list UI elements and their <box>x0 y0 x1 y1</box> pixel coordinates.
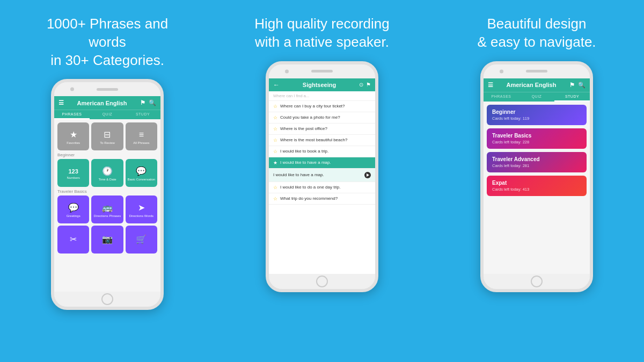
star-1: ☆ <box>273 104 277 109</box>
phrase-text-6: I would like to have a map. <box>280 160 331 165</box>
phone-3-tabs: PHRASES QUIZ STUDY <box>484 92 590 102</box>
star-6: ★ <box>273 160 277 165</box>
traveler-basics-card-title: Traveler Basics <box>492 133 581 139</box>
search-icon-3[interactable]: 🔍 <box>578 82 586 89</box>
scissors-cell[interactable]: ✂ <box>57 226 89 254</box>
star-5: ☆ <box>273 149 277 154</box>
section-phrases: 1000+ Phrases and words in 30+ Categorie… <box>0 0 215 362</box>
refresh-icon[interactable]: ⊙ <box>359 82 363 88</box>
traveler-advanced-card[interactable]: Traveler Advanced Cards left today: 281 <box>487 152 587 172</box>
home-button-1[interactable] <box>101 293 113 305</box>
to-review-cell[interactable]: ⊟ To Review <box>91 122 123 150</box>
phone-3-speaker <box>526 70 547 73</box>
phrase-item-7[interactable]: ☆ I would like to do a one day trip. <box>269 182 375 193</box>
phrase-sub-item[interactable]: I would like to have a map. <box>269 169 375 182</box>
phrase-item-6[interactable]: ★ I would like to have a map. <box>269 157 375 169</box>
star-icon: ★ <box>70 129 77 140</box>
traveler-advanced-card-sub: Cards left today: 281 <box>492 163 581 168</box>
scissors-icon: ✂ <box>70 234 77 244</box>
phone-3-top <box>484 64 590 78</box>
phrase-item-2[interactable]: ☆ Could you take a photo for me? <box>269 112 375 124</box>
expat-card[interactable]: Expat Cards left today: 413 <box>487 176 587 196</box>
search-icon[interactable]: 🔍 <box>149 99 156 106</box>
phone-2-header: ← Sightseeing ⊙ ⚑ <box>269 78 375 91</box>
favorites-row: ★ Favorites ⊟ To Review ≡ All Phrases <box>57 122 157 150</box>
tab-study-3[interactable]: STUDY <box>554 92 590 102</box>
phone-3-camera-icon <box>500 69 503 73</box>
beginner-card[interactable]: Beginner Cards left today: 119 <box>487 105 587 125</box>
phone-3-content: Beginner Cards left today: 119 Traveler … <box>484 102 590 274</box>
star-7: ☆ <box>273 185 277 190</box>
phrase-item-3[interactable]: ☆ Where is the post office? <box>269 124 375 135</box>
phone-1-header: ☰ American English ⚑ 🔍 <box>54 96 160 110</box>
star-4: ☆ <box>273 137 277 143</box>
tab-study-1[interactable]: STUDY <box>125 110 160 119</box>
phrase-list: Where can I find a... ☆ Where can I buy … <box>269 91 375 274</box>
phrase-text-4: Where is the most beautiful beach? <box>280 137 347 142</box>
beginner-row: 123 Numbers 🕐 Time & Date 💬 Basic Conver… <box>57 159 157 187</box>
numbers-cell[interactable]: 123 Numbers <box>57 159 89 187</box>
phrase-text-8: What trip do you recommend? <box>280 196 338 201</box>
phone-1: ☰ American English ⚑ 🔍 PHRASES QUIZ STUD… <box>51 79 164 310</box>
greetings-label: Greetings <box>67 214 80 218</box>
clock-icon: 🕐 <box>102 166 113 176</box>
phrase-text-3: Where is the post office? <box>280 126 327 131</box>
phone-2-top <box>269 64 375 78</box>
greetings-cell[interactable]: 💬 Greetings <box>57 196 89 223</box>
all-phrases-cell[interactable]: ≡ All Phrases <box>126 122 157 150</box>
phrase-text-1: Where can I buy a city tour ticket? <box>280 104 345 108</box>
section-recording: High quality recording with a native spe… <box>215 0 429 362</box>
phone-2: ← Sightseeing ⊙ ⚑ Where can I find a... … <box>266 61 378 292</box>
phrase-item-5[interactable]: ☆ I would like to book a trip. <box>269 146 375 157</box>
bookmark-icon: ⊟ <box>104 129 111 140</box>
tab-phrases-3[interactable]: PHRASES <box>484 92 519 102</box>
section-title-3: Beautiful design & easy to navigate. <box>466 15 606 52</box>
phrase-partial: Where can I find a... <box>269 91 375 101</box>
flag-icon[interactable]: ⚑ <box>140 99 145 106</box>
flag-icon-3[interactable]: ⚑ <box>569 82 575 89</box>
phone-3-screen: ☰ American English ⚑ 🔍 PHRASES QUIZ STUD… <box>484 78 590 274</box>
header-icons-2: ⊙ ⚑ <box>359 82 371 88</box>
header-icons-3: ⚑ 🔍 <box>569 82 586 89</box>
traveler-basics-card-sub: Cards left today: 228 <box>492 140 581 144</box>
section-design: Beautiful design & easy to navigate. ☰ A… <box>429 0 644 362</box>
phone-2-camera-icon <box>285 69 289 73</box>
directions-words-label: Directions Words <box>129 214 154 218</box>
phrase-item-1[interactable]: ☆ Where can I buy a city tour ticket? <box>269 101 375 112</box>
cart-cell[interactable]: 🛒 <box>126 226 157 254</box>
flag-icon-2[interactable]: ⚑ <box>366 82 371 88</box>
directions-words-cell[interactable]: ➤ Directions Words <box>126 196 157 223</box>
menu-icon[interactable]: ☰ <box>58 99 64 106</box>
phone-1-top <box>54 82 160 96</box>
phrase-item-8[interactable]: ☆ What trip do you recommend? <box>269 193 375 205</box>
home-button-2[interactable] <box>316 276 328 287</box>
directions-phrases-cell[interactable]: 🚌 Directions Phrases <box>91 196 123 223</box>
phrase-sub-text: I would like to have a map. <box>273 172 324 177</box>
phrase-text-7: I would like to do a one day trip. <box>280 185 341 190</box>
play-button[interactable] <box>364 172 371 178</box>
back-arrow-icon[interactable]: ← <box>273 81 280 89</box>
traveler-basics-card[interactable]: Traveler Basics Cards left today: 228 <box>487 128 587 149</box>
star-2: ☆ <box>273 115 277 120</box>
conversation-cell[interactable]: 💬 Basic Conversation <box>126 159 157 187</box>
home-button-3[interactable] <box>531 276 543 287</box>
expat-card-title: Expat <box>492 180 581 186</box>
phone-2-bottom <box>269 274 375 289</box>
camera-cell[interactable]: 📷 <box>91 226 123 254</box>
time-cell[interactable]: 🕐 Time & Date <box>91 159 123 187</box>
traveler-basics-label: Traveler Basics <box>57 189 157 194</box>
beginner-label: Beginner <box>57 153 157 157</box>
phone-2-screen: ← Sightseeing ⊙ ⚑ Where can I find a... … <box>269 78 375 274</box>
tab-quiz-1[interactable]: QUIZ <box>90 110 125 119</box>
chat-icon: 💬 <box>136 166 147 176</box>
tab-quiz-3[interactable]: QUIZ <box>519 92 554 102</box>
phrase-item-4[interactable]: ☆ Where is the most beautiful beach? <box>269 135 375 146</box>
numbers-label: Numbers <box>67 176 79 179</box>
tab-phrases-1[interactable]: PHRASES <box>54 110 90 119</box>
menu-icon-3[interactable]: ☰ <box>488 82 493 89</box>
numbers-icon: 123 <box>68 168 78 175</box>
star-3: ☆ <box>273 126 277 132</box>
favorites-cell[interactable]: ★ Favorites <box>57 122 89 150</box>
greetings-icon: 💬 <box>68 202 79 213</box>
sightseeing-title: Sightseeing <box>303 82 336 88</box>
